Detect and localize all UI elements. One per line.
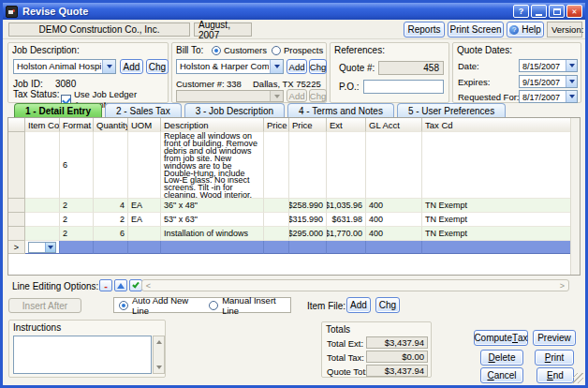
job-add-button[interactable]: Add: [120, 59, 143, 74]
cancel-button[interactable]: Cancel: [480, 367, 523, 383]
cell-ext[interactable]: $1,770.00: [327, 227, 366, 241]
cell-description[interactable]: [161, 241, 264, 254]
cell-price[interactable]: $258.990: [289, 199, 327, 213]
grid-horizontal-scrollbar[interactable]: < >: [141, 279, 569, 291]
cell-gl-acct[interactable]: [366, 132, 422, 199]
job-chg-button[interactable]: Chg: [146, 59, 169, 74]
auto-add-new-line-radio[interactable]: [119, 301, 128, 310]
cell-tax-cd[interactable]: [422, 241, 571, 254]
bill-to-combo[interactable]: Holston & Harper Companies: [176, 59, 284, 74]
cell-item-code[interactable]: [25, 132, 60, 199]
grid-vertical-scrollbar[interactable]: [570, 118, 580, 275]
move-line-up-button[interactable]: [114, 279, 127, 291]
chevron-down-icon[interactable]: [102, 60, 115, 73]
item-code-combo[interactable]: [28, 242, 56, 253]
scroll-up-icon[interactable]: [154, 336, 164, 348]
cell-ext[interactable]: [327, 132, 366, 199]
customers-radio[interactable]: [212, 46, 221, 55]
cell-item-code[interactable]: [25, 213, 60, 227]
prospects-radio-row[interactable]: Prospects: [272, 45, 323, 55]
cell-quantity[interactable]: 4: [94, 199, 128, 213]
cell-uom[interactable]: [128, 241, 161, 254]
cell-gl-acct[interactable]: 400: [366, 227, 422, 241]
maximize-button[interactable]: [549, 5, 565, 18]
cell-ext[interactable]: $1,035.96: [327, 199, 366, 213]
cell-quantity[interactable]: [94, 241, 128, 254]
cell-ext[interactable]: [327, 241, 366, 254]
requested-for-combo[interactable]: 8/17/2007: [519, 90, 578, 103]
close-button[interactable]: ✕: [566, 5, 582, 18]
cell-uom[interactable]: EA: [128, 213, 161, 227]
grid-row[interactable]: 2 6 Installation of windows $295.000 $1,…: [8, 227, 571, 241]
item-file-add-button[interactable]: Add: [346, 297, 371, 313]
cell-format[interactable]: 2: [60, 199, 94, 213]
cell-price-cd[interactable]: [264, 213, 289, 227]
print-screen-button[interactable]: Print Screen: [448, 22, 504, 37]
cell-quantity[interactable]: [94, 132, 128, 199]
expires-combo[interactable]: 9/15/2007: [519, 75, 578, 88]
cell-format[interactable]: 2: [60, 213, 94, 227]
cell-price-cd[interactable]: [264, 132, 289, 199]
item-file-chg-button[interactable]: Chg: [375, 297, 400, 313]
print-button[interactable]: Print: [535, 350, 574, 366]
accept-line-button[interactable]: [129, 279, 142, 291]
cell-price-cd[interactable]: [264, 199, 289, 213]
new-row-item-code-combo[interactable]: [25, 241, 60, 254]
tab-terms-and-notes[interactable]: 4 - Terms and Notes: [287, 103, 394, 118]
bill-to-chg-button[interactable]: Chg: [309, 59, 327, 74]
tab-user-preferences[interactable]: 5 - User Preferences: [397, 103, 506, 118]
compute-tax-button[interactable]: Compute Tax: [474, 330, 528, 346]
scroll-left-icon[interactable]: <: [142, 280, 154, 291]
titlebar-help-button[interactable]: ?: [513, 5, 529, 18]
chevron-down-icon[interactable]: [566, 76, 577, 87]
grid-row[interactable]: 2 4 EA 36" x 48" $258.990 $1,035.96 400 …: [8, 199, 571, 213]
cell-description[interactable]: 53" x 63": [161, 213, 264, 227]
customers-radio-row[interactable]: Customers: [212, 45, 267, 55]
row-selector[interactable]: [8, 213, 25, 227]
instructions-scrollbar[interactable]: [153, 336, 165, 374]
cell-description[interactable]: Installation of windows: [161, 227, 264, 241]
tab-sales-tax[interactable]: 2 - Sales Tax: [105, 103, 182, 118]
reports-button[interactable]: Reports: [404, 22, 445, 37]
cell-price[interactable]: [289, 132, 327, 199]
cell-item-code[interactable]: [25, 199, 60, 213]
cell-price[interactable]: [289, 241, 327, 254]
minimize-button[interactable]: [531, 5, 547, 18]
cell-tax-cd[interactable]: [422, 132, 571, 199]
cell-description[interactable]: Replace all windows on front of building…: [161, 132, 264, 199]
cell-description[interactable]: 36" x 48": [161, 199, 264, 213]
cell-uom[interactable]: [128, 227, 161, 241]
chevron-down-icon[interactable]: [566, 60, 577, 71]
cell-quantity[interactable]: 6: [94, 227, 128, 241]
cell-price[interactable]: $295.000: [289, 227, 327, 241]
chevron-down-icon[interactable]: [270, 60, 283, 73]
cell-gl-acct[interactable]: 400: [366, 199, 422, 213]
grid-row[interactable]: 2 2 EA 53" x 63" $315.990 $631.98 400 TN…: [8, 213, 571, 227]
cell-gl-acct[interactable]: [366, 241, 422, 254]
scroll-right-icon[interactable]: >: [556, 280, 568, 291]
grid-row[interactable]: 6 Replace all windows on front of buildi…: [8, 132, 571, 199]
bill-to-add-button[interactable]: Add: [287, 59, 307, 74]
help-button[interactable]: ? Help: [507, 22, 544, 37]
cell-tax-cd[interactable]: TN Exempt: [422, 213, 571, 227]
cell-uom[interactable]: [128, 132, 161, 199]
resize-grip-icon[interactable]: [573, 373, 583, 383]
chevron-down-icon[interactable]: [566, 91, 577, 102]
cell-price[interactable]: $315.990: [289, 213, 327, 227]
cell-quantity[interactable]: 2: [94, 213, 128, 227]
po-input[interactable]: [363, 80, 444, 94]
cell-format[interactable]: [60, 241, 94, 254]
cell-tax-cd[interactable]: TN Exempt: [422, 199, 571, 213]
scroll-down-icon[interactable]: [154, 362, 164, 373]
job-description-combo[interactable]: Holston Animal Hospital: [13, 59, 116, 74]
remove-line-button[interactable]: -: [99, 279, 112, 291]
cell-item-code[interactable]: [25, 227, 60, 241]
cell-tax-cd[interactable]: TN Exempt: [422, 227, 571, 241]
cell-price-cd[interactable]: [264, 227, 289, 241]
row-selector[interactable]: [8, 132, 25, 199]
date-combo[interactable]: 8/15/2007: [519, 59, 578, 72]
instructions-textarea[interactable]: [13, 336, 152, 374]
manual-insert-line-radio[interactable]: [209, 301, 218, 310]
end-button[interactable]: End: [537, 367, 574, 383]
tab-detail-entry[interactable]: 1 - Detail Entry: [14, 103, 102, 118]
